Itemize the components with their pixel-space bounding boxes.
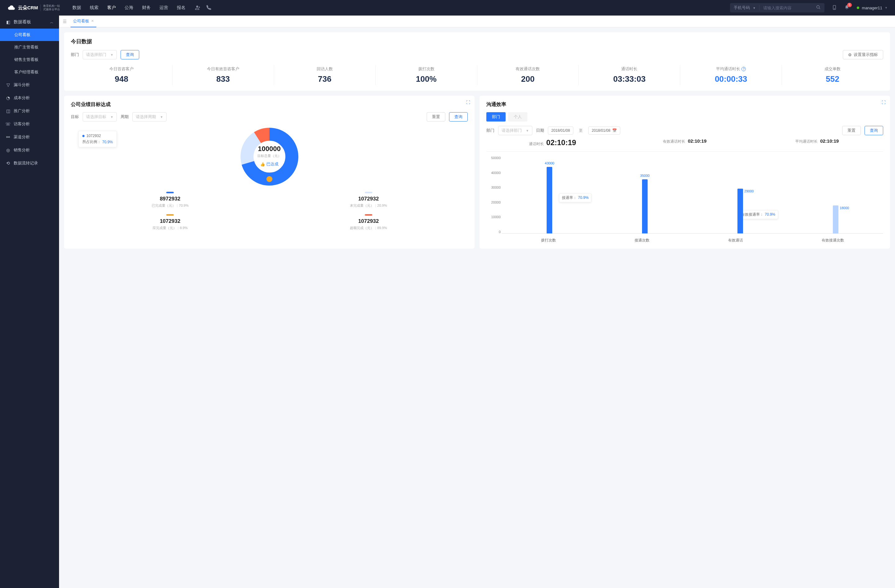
goal-total: 100000 — [257, 145, 281, 153]
add-user-icon[interactable] — [195, 5, 200, 11]
expand-icon[interactable]: ⛶ — [466, 100, 470, 105]
sidebar-item[interactable]: ⚯渠道分析 — [0, 130, 59, 144]
chevron-down-icon: ▼ — [110, 53, 114, 56]
kpi-item: 今日首咨客户948 — [71, 65, 173, 85]
legend-item: 1072932未完成量（元）|20.9% — [276, 192, 462, 208]
today-data-card: 今日数据 部门 请选择部门▼ 查询 ⚙ 设置显示指标 今日首咨客户948今日有效… — [64, 32, 890, 91]
comm-dept-select[interactable]: 请选择部门▼ — [498, 126, 532, 135]
tabs-bar: ☰ 公司看板 ✕ — [59, 15, 895, 27]
chart-tooltip: 1072932 所占比例：70.9% — [78, 131, 117, 147]
legend-item: 1072932超额完成（元）|89.9% — [276, 214, 462, 230]
bar: 18000 — [833, 205, 839, 233]
reset-button[interactable]: 重置 — [842, 126, 861, 135]
target-icon: ◎ — [6, 148, 11, 153]
sidebar-item[interactable]: ▽漏斗分析 — [0, 78, 59, 91]
sidebar-sub-item[interactable]: 公司看板 — [0, 29, 59, 41]
sidebar-item[interactable]: ◫推广分析 — [0, 105, 59, 117]
sidebar-group-dashboard[interactable]: ◧ 数据看板 ︿ — [0, 15, 59, 29]
flow-icon: ⟲ — [6, 161, 11, 166]
annotation-effective-rate: 有效接通率：70.9% — [738, 210, 778, 219]
menu-toggle-icon[interactable]: ☰ — [63, 19, 67, 24]
comm-stat: 有效通话时长02:10:19 — [619, 138, 751, 147]
logo-subtitle: 教育机构一站 式服务云平台 — [40, 5, 60, 11]
comm-stat: 通话时长02:10:19 — [486, 138, 619, 147]
top-header: 云朵CRM 教育机构一站 式服务云平台 数据线索客户公海财务运营报名 手机号码 … — [0, 0, 895, 15]
period-select[interactable]: 请选择周期▼ — [132, 112, 167, 121]
dept-label: 部门 — [71, 52, 79, 58]
kpi-item: 平均通话时长?00:00:33 — [680, 65, 782, 85]
sidebar-item[interactable]: ◔成本分析 — [0, 91, 59, 105]
reset-button[interactable]: 重置 — [427, 112, 445, 121]
chevron-up-icon: ︿ — [50, 20, 53, 24]
bar-chart: 01000020000300004000050000 接通率：70.9% 有效接… — [486, 156, 883, 243]
nav-item[interactable]: 报名 — [177, 5, 185, 11]
channel-icon: ⚯ — [6, 135, 11, 139]
chevron-down-icon: ▼ — [885, 6, 887, 9]
mobile-icon[interactable] — [832, 5, 837, 11]
date-from-input[interactable]: 2018/01/08 — [548, 126, 573, 135]
sidebar-item[interactable]: ☏访客分析 — [0, 117, 59, 130]
sidebar-sub-item[interactable]: 推广主管看板 — [0, 41, 59, 53]
sidebar-item[interactable]: ◎销售分析 — [0, 144, 59, 157]
info-icon[interactable]: ? — [742, 67, 746, 71]
segment-person[interactable]: 个人 — [508, 112, 527, 121]
funnel-icon: ▽ — [6, 82, 11, 87]
logo: 云朵CRM 教育机构一站 式服务云平台 — [8, 5, 60, 11]
svg-point-3 — [834, 8, 835, 9]
goal-title: 公司业绩目标达成 — [71, 101, 468, 108]
search-icon[interactable] — [812, 5, 824, 11]
close-icon[interactable]: ✕ — [91, 19, 94, 23]
gear-icon: ⚙ — [848, 53, 852, 57]
sidebar-sub-item[interactable]: 销售主管看板 — [0, 53, 59, 66]
nav-item[interactable]: 公海 — [124, 5, 133, 11]
top-nav: 数据线索客户公海财务运营报名 — [73, 5, 185, 11]
comm-title: 沟通效率 — [486, 101, 883, 108]
target-select[interactable]: 请选择目标▼ — [83, 112, 117, 121]
goal-card: ⛶ 公司业绩目标达成 目标 请选择目标▼ 周期 请选择周期▼ 重置 查询 — [64, 96, 475, 249]
bell-icon[interactable]: 5 — [844, 5, 849, 11]
nav-item[interactable]: 数据 — [73, 5, 81, 11]
username: manager11 — [862, 6, 882, 10]
phone-icon[interactable] — [206, 5, 212, 11]
sidebar-item[interactable]: ⟲数据流转记录 — [0, 157, 59, 170]
nav-item[interactable]: 线索 — [90, 5, 99, 11]
query-button[interactable]: 查询 — [449, 112, 468, 121]
today-title: 今日数据 — [71, 38, 883, 45]
sidebar-sub-item[interactable]: 客户经理看板 — [0, 66, 59, 78]
query-button[interactable]: 查询 — [865, 126, 883, 135]
bar: 43000 — [547, 167, 552, 233]
segment-dept[interactable]: 部门 — [486, 112, 506, 121]
donut-chart: 1072932 所占比例：70.9% 100000 — [71, 121, 468, 189]
annotation-connect-rate: 接通率：70.9% — [559, 193, 592, 202]
date-to-input[interactable]: 2018/01/08 📅 — [588, 126, 620, 135]
chart-icon: ◫ — [6, 108, 11, 114]
nav-item[interactable]: 客户 — [107, 5, 116, 11]
search-type-select[interactable]: 手机号码 ▼ — [730, 5, 760, 11]
search-group: 手机号码 ▼ — [730, 3, 825, 12]
user-menu[interactable]: manager11 ▼ — [857, 6, 887, 10]
dashboard-icon: ◧ — [6, 20, 11, 24]
notification-badge: 5 — [847, 3, 852, 7]
thumbs-up-icon: 👍 — [260, 162, 265, 167]
achieved-badge: 👍 已达成 — [260, 161, 278, 167]
settings-button[interactable]: ⚙ 设置显示指标 — [843, 50, 883, 59]
kpi-item: 通话时长03:33:03 — [579, 65, 680, 85]
comm-stat: 平均通话时长02:10:19 — [751, 138, 883, 147]
status-dot — [857, 6, 859, 9]
query-button[interactable]: 查询 — [121, 50, 139, 59]
expand-icon[interactable]: ⛶ — [881, 100, 886, 105]
sidebar: ◧ 数据看板 ︿ 公司看板推广主管看板销售主管看板客户经理看板 ▽漏斗分析◔成本… — [0, 15, 59, 588]
search-input[interactable] — [760, 6, 812, 10]
headset-icon: ☏ — [6, 121, 11, 126]
nav-item[interactable]: 运营 — [159, 5, 168, 11]
nav-item[interactable]: 财务 — [142, 5, 151, 11]
kpi-item: 有效通话次数200 — [477, 65, 579, 85]
dept-select[interactable]: 请选择部门▼ — [83, 50, 117, 59]
cloud-icon — [8, 5, 15, 11]
logo-text: 云朵CRM — [18, 5, 38, 11]
kpi-item: 回访人数736 — [274, 65, 376, 85]
legend-item: 1072932应完成量（元）|8.9% — [77, 214, 263, 230]
legend-item: 8972932已完成量（元）|70.9% — [77, 192, 263, 208]
svg-point-0 — [196, 6, 198, 8]
tab-company-dashboard[interactable]: 公司看板 ✕ — [71, 15, 96, 27]
